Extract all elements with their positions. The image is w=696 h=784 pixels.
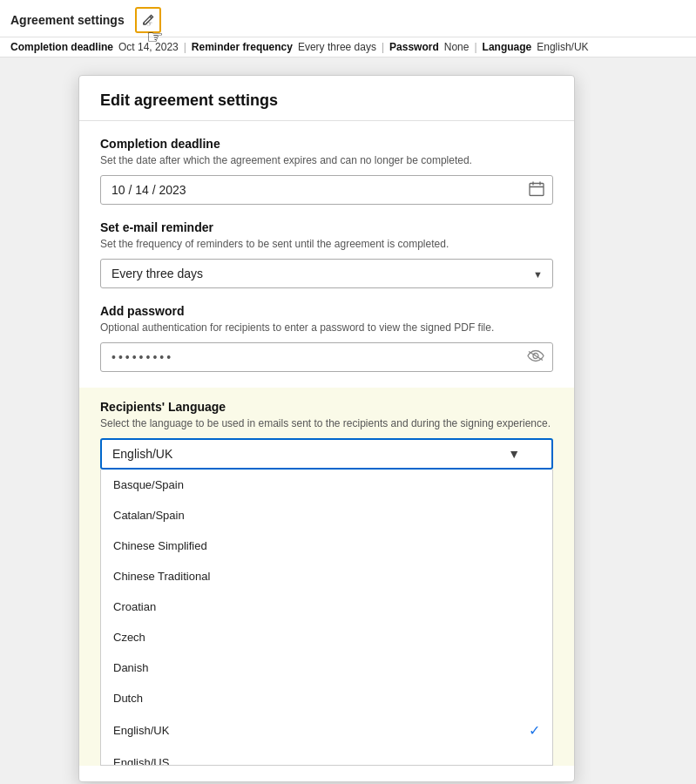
reminder-select[interactable]: Never Every day Every two days Every thr…: [100, 259, 553, 288]
edit-icon-button[interactable]: ☞: [135, 7, 161, 33]
date-input[interactable]: [100, 175, 553, 205]
language-option[interactable]: English/US: [101, 747, 552, 766]
password-input-wrapper: [100, 342, 553, 372]
reminder-frequency-key: Reminder frequency: [192, 41, 293, 53]
language-select-button[interactable]: English/UK ▼: [100, 438, 553, 470]
sep-1: |: [184, 41, 186, 53]
language-selected-value: English/UK: [112, 447, 172, 461]
top-title-row: Agreement settings ☞: [0, 0, 696, 37]
language-option[interactable]: Croatian: [101, 591, 552, 622]
page-title: Agreement settings: [10, 13, 125, 27]
language-option-label: Chinese Simplified: [113, 539, 207, 552]
modal-header: Edit agreement settings: [79, 76, 574, 121]
sep-3: |: [474, 41, 476, 53]
language-key: Language: [483, 41, 532, 53]
password-input[interactable]: [100, 342, 553, 372]
language-select-arrow: ▼: [508, 447, 520, 461]
language-option[interactable]: Danish: [101, 652, 552, 683]
sep-2: |: [382, 41, 384, 53]
modal-title: Edit agreement settings: [100, 91, 278, 109]
email-reminder-section: Set e-mail reminder Set the frequency of…: [100, 220, 553, 288]
language-option-label: Dutch: [113, 692, 143, 705]
date-input-wrapper: [100, 175, 553, 205]
toggle-password-icon[interactable]: [527, 350, 544, 365]
language-option-label: Catalan/Spain: [113, 509, 185, 522]
language-option-label: English/US: [113, 756, 169, 766]
language-select-wrapper: English/UK ▼: [100, 438, 553, 470]
language-value: English/UK: [537, 41, 588, 53]
language-option-label: Chinese Traditional: [113, 570, 210, 583]
recipients-language-section: Recipients' Language Select the language…: [79, 388, 574, 766]
language-option[interactable]: Chinese Simplified: [101, 531, 552, 561]
password-key: Password: [389, 41, 439, 53]
language-option[interactable]: Catalan/Spain: [101, 500, 552, 531]
language-option-label: Danish: [113, 661, 148, 674]
email-reminder-desc: Set the frequency of reminders to be sen…: [100, 238, 553, 250]
reminder-frequency-value: Every three days: [298, 41, 376, 53]
meta-bar: Completion deadline Oct 14, 2023 | Remin…: [0, 37, 696, 57]
password-desc: Optional authentication for recipients t…: [100, 321, 553, 334]
language-option-label: Czech: [113, 631, 145, 644]
modal-body: Completion deadline Set the date after w…: [79, 121, 574, 781]
completion-deadline-section: Completion deadline Set the date after w…: [100, 137, 553, 205]
language-option[interactable]: English/UK✓: [101, 713, 552, 747]
completion-deadline-value: Oct 14, 2023: [118, 41, 179, 53]
language-option-label: Basque/Spain: [113, 478, 184, 491]
password-label: Add password: [100, 304, 553, 318]
pencil-icon: ☞: [141, 13, 155, 27]
language-dropdown[interactable]: Basque/SpainCatalan/SpainChinese Simplif…: [100, 470, 553, 766]
email-reminder-label: Set e-mail reminder: [100, 220, 553, 234]
recipients-language-desc: Select the language to be used in emails…: [100, 417, 553, 429]
recipients-language-label: Recipients' Language: [100, 400, 553, 414]
language-check-icon: ✓: [529, 722, 540, 739]
language-option-label: English/UK: [113, 724, 169, 737]
language-option-label: Croatian: [113, 600, 156, 613]
svg-text:☞: ☞: [146, 20, 152, 27]
language-option[interactable]: Chinese Traditional: [101, 561, 552, 591]
edit-settings-modal: Edit agreement settings Completion deadl…: [78, 75, 575, 782]
language-option[interactable]: Czech: [101, 622, 552, 652]
language-option[interactable]: Dutch: [101, 683, 552, 713]
password-value: None: [444, 41, 470, 53]
completion-deadline-label: Completion deadline: [100, 137, 553, 151]
completion-deadline-desc: Set the date after which the agreement e…: [100, 154, 553, 166]
language-option[interactable]: Basque/Spain: [101, 470, 552, 500]
reminder-select-wrapper: Never Every day Every two days Every thr…: [100, 259, 553, 288]
completion-deadline-key: Completion deadline: [10, 41, 113, 53]
password-section: Add password Optional authentication for…: [100, 304, 553, 372]
